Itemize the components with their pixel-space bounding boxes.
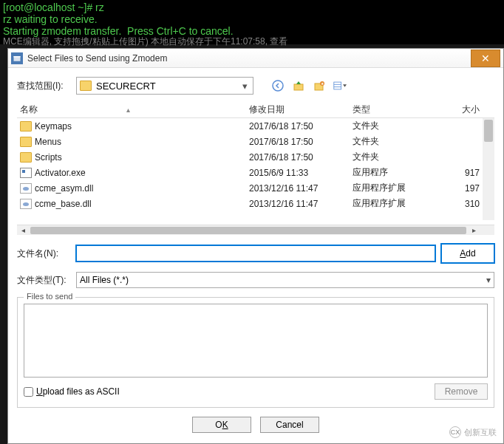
terminal-line-1: [root@localhost ~]# rz (3, 1, 501, 13)
upload-ascii-checkbox[interactable]: Upload files as ASCII (24, 386, 429, 397)
column-size[interactable]: 大小 (446, 103, 483, 116)
scroll-right-icon[interactable]: ▸ (468, 225, 480, 236)
svg-rect-3 (294, 84, 303, 90)
scroll-thumb[interactable] (30, 227, 466, 234)
add-button[interactable]: AAdddd (441, 244, 494, 263)
vertical-scrollbar[interactable] (483, 118, 494, 220)
view-menu-icon[interactable] (333, 79, 347, 92)
filename-input[interactable] (76, 245, 435, 262)
scroll-left-icon[interactable]: ◂ (17, 225, 29, 236)
exe-icon (20, 168, 32, 178)
close-button[interactable]: ✕ (471, 49, 500, 67)
ok-button[interactable]: OK (192, 417, 251, 433)
file-row[interactable]: ccme_base.dll2013/12/16 11:47应用程序扩展310 (17, 196, 494, 211)
column-type[interactable]: 类型 (350, 103, 446, 116)
column-name[interactable]: 名称▴ (17, 103, 246, 116)
files-to-send-list[interactable] (24, 304, 488, 378)
watermark-logo: CX (449, 426, 461, 438)
watermark-text: 创新互联 (464, 427, 497, 438)
dll-icon (20, 199, 32, 209)
lookin-combo[interactable]: SECURECRT ▾ (76, 77, 253, 95)
dll-icon (20, 183, 32, 194)
chevron-down-icon: ▾ (486, 275, 491, 285)
watermark: CX 创新互联 (446, 425, 500, 440)
dialog-title: Select Files to Send using Zmodem (23, 53, 471, 64)
sort-asc-icon: ▴ (126, 106, 130, 114)
file-dialog: Select Files to Send using Zmodem ✕ 查找范围… (7, 48, 504, 444)
files-to-send-label: Files to send (24, 292, 75, 301)
horizontal-scrollbar[interactable]: ◂ ▸ (17, 225, 494, 235)
filename-label: 文件名(N): (17, 247, 70, 260)
file-row[interactable]: Keymaps2017/6/18 17:50文件夹 (17, 118, 494, 134)
file-list-header: 名称▴ 修改日期 类型 大小 (17, 102, 494, 118)
lookin-label: 查找范围(I): (17, 80, 70, 92)
back-icon[interactable] (271, 79, 285, 92)
svg-rect-1 (14, 56, 21, 58)
filetype-combo[interactable]: All Files (*.*) ▾ (76, 272, 494, 288)
up-folder-icon[interactable] (292, 79, 305, 92)
svg-rect-7 (334, 82, 341, 89)
file-row[interactable]: Menus2017/6/18 17:50文件夹 (17, 134, 494, 149)
app-icon (11, 52, 23, 64)
titlebar[interactable]: Select Files to Send using Zmodem ✕ (8, 49, 503, 68)
filetype-label: 文件类型(T): (17, 274, 70, 287)
upload-ascii-input[interactable] (24, 387, 33, 397)
column-date[interactable]: 修改日期 (246, 103, 350, 116)
filetype-value: All Files (*.*) (80, 275, 129, 285)
folder-icon (80, 81, 92, 91)
editor-status-line: MCE编辑器, 支持拖拽/粘贴上传图片) 本地自动保存于下午11:07:58, … (0, 35, 287, 48)
file-row[interactable]: ccme_asym.dll2013/12/16 11:47应用程序扩展197 (17, 180, 494, 196)
remove-button[interactable]: Remove (435, 383, 488, 400)
folder-icon (20, 121, 32, 132)
chevron-down-icon: ▾ (238, 78, 251, 94)
new-folder-icon[interactable]: ★ (313, 79, 326, 92)
lookin-value: SECURECRT (96, 81, 156, 92)
folder-icon (20, 137, 32, 147)
terminal-line-2: rz waiting to receive. (3, 13, 501, 25)
folder-icon (20, 152, 32, 163)
svg-point-2 (273, 81, 283, 91)
file-row[interactable]: Scripts2017/6/18 17:50文件夹 (17, 149, 494, 165)
file-list[interactable]: 名称▴ 修改日期 类型 大小 Keymaps2017/6/18 17:50文件夹… (17, 102, 494, 220)
file-row[interactable]: Activator.exe2015/6/9 11:33应用程序917 (17, 165, 494, 180)
cancel-button[interactable]: Cancel (260, 417, 319, 433)
